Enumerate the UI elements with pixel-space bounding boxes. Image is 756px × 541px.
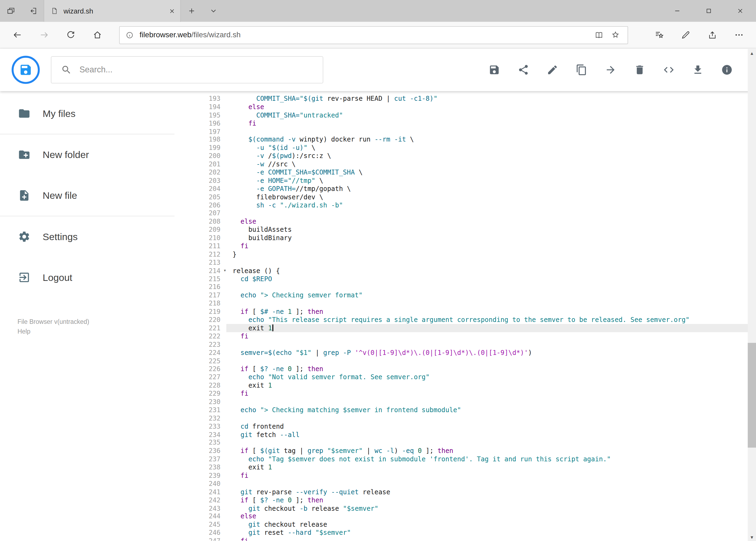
code-line[interactable]: 205 filebrowser/dev \ bbox=[196, 193, 756, 201]
code-button[interactable] bbox=[663, 64, 674, 76]
code-line[interactable]: 236 if [ $(git tag | grep "$semver" | wc… bbox=[196, 447, 756, 455]
sidebar-item-new-file[interactable]: New file bbox=[0, 175, 196, 216]
code-line[interactable]: 208 else bbox=[196, 218, 756, 226]
code-line[interactable]: 215 cd $REPO bbox=[196, 275, 756, 283]
address-bar[interactable]: filebrowser.web/files/wizard.sh bbox=[119, 26, 628, 44]
site-info-icon[interactable] bbox=[126, 31, 134, 39]
code-line[interactable]: 216 bbox=[196, 283, 756, 291]
code-line[interactable]: 243 git checkout -b release "$semver" bbox=[196, 504, 756, 512]
sidebar-item-new-folder[interactable]: New folder bbox=[0, 134, 196, 175]
code-line[interactable]: 206 sh -c "./wizard.sh -b" bbox=[196, 201, 756, 209]
page-scrollbar[interactable]: ▲ ▼ bbox=[748, 49, 756, 541]
code-line[interactable]: 219 if [ $# -ne 1 ]; then bbox=[196, 307, 756, 316]
filebrowser-logo[interactable] bbox=[12, 56, 40, 84]
code-line[interactable]: 204 -e GOPATH=//tmp/gopath \ bbox=[196, 185, 756, 193]
code-line[interactable]: 197 bbox=[196, 127, 756, 135]
code-line[interactable]: 217 echo "> Checking semver format" bbox=[196, 291, 756, 299]
code-line[interactable]: 221 exit 1 bbox=[196, 324, 756, 332]
code-line[interactable]: 195 COMMIT_SHA="untracked" bbox=[196, 111, 756, 119]
code-line[interactable]: 232 bbox=[196, 414, 756, 422]
code-line[interactable]: 244 else bbox=[196, 512, 756, 520]
share-button[interactable] bbox=[518, 64, 529, 76]
web-note-button[interactable] bbox=[672, 24, 699, 46]
code-line[interactable]: 201 -w //src \ bbox=[196, 160, 756, 168]
tab-close-icon[interactable] bbox=[169, 8, 175, 14]
code-line[interactable]: 241 git rev-parse --verify --quiet relea… bbox=[196, 488, 756, 496]
refresh-button[interactable] bbox=[57, 24, 84, 46]
forward-button[interactable] bbox=[31, 24, 57, 46]
url-text[interactable]: filebrowser.web/files/wizard.sh bbox=[139, 31, 591, 39]
code-line[interactable]: 202 -e COMMIT_SHA=$COMMIT_SHA \ bbox=[196, 168, 756, 176]
download-button[interactable] bbox=[692, 64, 704, 76]
code-line[interactable]: 210 buildBinary bbox=[196, 234, 756, 242]
code-line[interactable]: 228 exit 1 bbox=[196, 381, 756, 389]
code-line[interactable]: 245 git checkout release bbox=[196, 520, 756, 529]
code-line[interactable]: 246 git reset --hard "$semver" bbox=[196, 529, 756, 537]
code-line[interactable]: 200 -v /$(pwd):/src:z \ bbox=[196, 152, 756, 160]
fold-marker-icon[interactable]: ▾ bbox=[223, 267, 226, 275]
code-line[interactable]: 220 echo "This release script requires a… bbox=[196, 316, 756, 324]
sidebar-item-settings[interactable]: Settings bbox=[0, 216, 196, 257]
code-line[interactable]: 231 echo "> Checking matching $semver in… bbox=[196, 406, 756, 414]
code-line[interactable]: 211 fi bbox=[196, 242, 756, 250]
sidebar-item-my-files[interactable]: My files bbox=[0, 93, 196, 134]
code-line[interactable]: 214▾release () { bbox=[196, 267, 756, 275]
code-line[interactable]: 194 else bbox=[196, 103, 756, 111]
close-button[interactable] bbox=[724, 0, 756, 22]
share-page-button[interactable] bbox=[699, 24, 725, 46]
code-line[interactable]: 233 cd frontend bbox=[196, 422, 756, 430]
browser-tab[interactable]: wizard.sh bbox=[44, 0, 181, 22]
code-line[interactable]: 227 echo "Not valid semver format. See s… bbox=[196, 373, 756, 381]
code-line[interactable]: 225 bbox=[196, 357, 756, 365]
reading-view-button[interactable] bbox=[591, 27, 607, 42]
tab-preview-button[interactable] bbox=[0, 0, 22, 22]
code-line[interactable]: 239 fi bbox=[196, 471, 756, 479]
hub-favorites-button[interactable] bbox=[645, 24, 672, 46]
code-line[interactable]: 238 exit 1 bbox=[196, 463, 756, 471]
search-box[interactable] bbox=[51, 56, 323, 84]
code-line[interactable]: 207 bbox=[196, 209, 756, 218]
copy-button[interactable] bbox=[576, 64, 587, 76]
code-line[interactable]: 247 fi bbox=[196, 537, 756, 541]
delete-button[interactable] bbox=[634, 64, 645, 76]
info-button[interactable] bbox=[721, 64, 733, 76]
favorite-star-button[interactable] bbox=[607, 27, 624, 42]
scroll-up-arrow[interactable]: ▲ bbox=[748, 49, 756, 57]
set-tabs-aside-button[interactable] bbox=[22, 0, 44, 22]
more-actions-button[interactable] bbox=[725, 24, 752, 46]
code-line[interactable]: 229 fi bbox=[196, 389, 756, 397]
search-input[interactable] bbox=[79, 65, 323, 75]
back-button[interactable] bbox=[4, 24, 31, 46]
code-line[interactable]: 209 buildAssets bbox=[196, 226, 756, 234]
code-line[interactable]: 235 bbox=[196, 439, 756, 447]
code-line[interactable]: 223 bbox=[196, 340, 756, 348]
rename-button[interactable] bbox=[547, 64, 558, 76]
home-button[interactable] bbox=[84, 24, 111, 46]
code-line[interactable]: 196 fi bbox=[196, 119, 756, 127]
scroll-down-arrow[interactable]: ▼ bbox=[748, 533, 756, 541]
code-line[interactable]: 230 bbox=[196, 397, 756, 406]
code-line[interactable]: 240 bbox=[196, 479, 756, 487]
code-line[interactable]: 224 semver=$(echo "$1" | grep -P '^v(0|[… bbox=[196, 348, 756, 356]
code-line[interactable]: 203 -e HOME="//tmp" \ bbox=[196, 176, 756, 185]
code-line[interactable]: 222 fi bbox=[196, 332, 756, 340]
new-tab-button[interactable] bbox=[181, 0, 203, 22]
code-line[interactable]: 193 COMMIT_SHA="$(git rev-parse HEAD | c… bbox=[196, 95, 756, 103]
code-line[interactable]: 212} bbox=[196, 250, 756, 258]
maximize-button[interactable] bbox=[693, 0, 725, 22]
code-line[interactable]: 237 echo "Tag $semver does not exist in … bbox=[196, 455, 756, 463]
help-link[interactable]: Help bbox=[18, 327, 196, 336]
move-button[interactable] bbox=[605, 64, 617, 76]
code-line[interactable]: 234 git fetch --all bbox=[196, 430, 756, 439]
save-button[interactable] bbox=[489, 64, 500, 76]
code-line[interactable]: 198 $(command -v winpty) docker run --rm… bbox=[196, 136, 756, 144]
code-line[interactable]: 226 if [ $? -ne 0 ]; then bbox=[196, 365, 756, 373]
tab-list-chevron-button[interactable] bbox=[203, 0, 225, 22]
scrollbar-thumb[interactable] bbox=[748, 343, 756, 447]
code-line[interactable]: 199 -u "$(id -u)" \ bbox=[196, 144, 756, 152]
code-line[interactable]: 218 bbox=[196, 299, 756, 307]
code-line[interactable]: 242 if [ $? -ne 0 ]; then bbox=[196, 496, 756, 504]
sidebar-item-logout[interactable]: Logout bbox=[0, 257, 196, 298]
code-editor[interactable]: 193 COMMIT_SHA="$(git rev-parse HEAD | c… bbox=[196, 91, 756, 541]
code-line[interactable]: 213 bbox=[196, 259, 756, 267]
